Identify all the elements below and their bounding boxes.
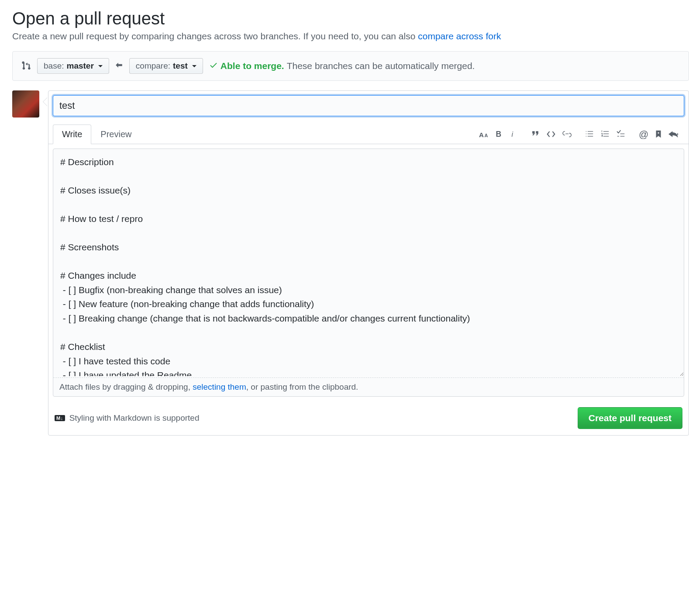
compare-branch-button[interactable]: compare: test [129, 58, 203, 74]
code-icon[interactable] [546, 129, 556, 139]
mention-icon[interactable]: @ [639, 129, 648, 139]
editor-tabs-row: Write Preview AA B i [48, 121, 689, 144]
heading-icon[interactable]: AA [479, 129, 489, 139]
svg-text:B: B [496, 130, 502, 138]
svg-text:i: i [512, 130, 513, 138]
bold-icon[interactable]: B [495, 130, 503, 138]
markdown-toolbar: AA B i @ [479, 129, 684, 139]
compare-bar: base: master compare: test Able to merge… [12, 51, 689, 81]
page-subtitle: Create a new pull request by comparing c… [12, 31, 689, 42]
base-value: master [66, 61, 93, 71]
pr-form: Write Preview AA B i [48, 90, 689, 436]
form-footer: M↓ Styling with Markdown is supported Cr… [48, 401, 689, 435]
attach-select-link[interactable]: selecting them [193, 382, 246, 391]
subtitle-text: Create a new pull request by comparing c… [12, 31, 418, 41]
svg-text:A: A [484, 132, 488, 138]
chevron-down-icon [98, 65, 103, 67]
pr-title-input[interactable] [53, 95, 684, 116]
base-label: base: [44, 61, 64, 71]
unordered-list-icon[interactable] [585, 129, 594, 139]
task-list-icon[interactable] [616, 129, 626, 139]
pr-body-textarea[interactable] [53, 149, 684, 376]
tab-preview[interactable]: Preview [91, 125, 141, 144]
markdown-hint[interactable]: M↓ Styling with Markdown is supported [55, 413, 199, 423]
body-area: Attach files by dragging & dropping, sel… [53, 149, 684, 397]
saved-reply-icon[interactable] [655, 129, 662, 139]
chevron-down-icon [192, 65, 196, 67]
compare-across-forks-link[interactable]: compare across fork [418, 31, 501, 41]
italic-icon[interactable]: i [510, 130, 517, 138]
create-pull-request-button[interactable]: Create pull request [578, 407, 682, 429]
avatar [12, 90, 39, 118]
svg-text:@: @ [639, 129, 648, 139]
compare-label: compare: [136, 61, 170, 71]
merge-ok-text: Able to merge. [220, 61, 284, 71]
base-branch-button[interactable]: base: master [37, 58, 109, 74]
attach-text-post: , or pasting from the clipboard. [246, 382, 358, 391]
markdown-badge-icon: M↓ [55, 415, 65, 421]
merge-status: Able to merge. These branches can be aut… [209, 61, 475, 72]
merge-detail-text: These branches can be automatically merg… [287, 61, 475, 71]
compare-value: test [173, 61, 188, 71]
svg-text:A: A [479, 131, 484, 138]
attach-hint: Attach files by dragging & dropping, sel… [53, 377, 684, 396]
check-icon [209, 61, 218, 72]
git-compare-icon [21, 61, 31, 72]
ordered-list-icon[interactable] [600, 129, 610, 139]
speech-caret [43, 97, 47, 106]
quote-icon[interactable] [531, 129, 540, 139]
markdown-hint-text: Styling with Markdown is supported [69, 413, 200, 423]
arrow-left-icon [115, 61, 123, 71]
tab-write[interactable]: Write [53, 125, 91, 144]
reply-icon[interactable] [668, 129, 679, 139]
attach-text-pre: Attach files by dragging & dropping, [59, 382, 193, 391]
link-icon[interactable] [562, 129, 572, 139]
page-title: Open a pull request [12, 9, 689, 28]
